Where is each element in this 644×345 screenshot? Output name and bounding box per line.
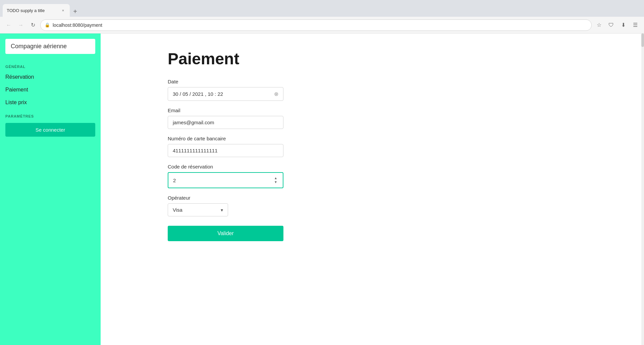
code-group: Code de réservation ▲ ▼ (168, 164, 577, 188)
scroll-track[interactable] (641, 33, 644, 345)
address-bar-container: 🔒 (40, 19, 592, 31)
number-spinners: ▲ ▼ (273, 176, 278, 184)
spinner-down[interactable]: ▼ (273, 180, 278, 184)
tab-bar: TODO supply a title × + (0, 0, 644, 17)
main-content: Paiement Date 30 / 05 / 2021 , 10 : 22 ⊗… (101, 33, 644, 345)
sidebar-item-reservation[interactable]: Réservation (0, 71, 101, 83)
email-group: Email (168, 108, 577, 129)
active-tab[interactable]: TODO supply a title × (3, 4, 70, 17)
scroll-thumb[interactable] (641, 33, 644, 47)
operator-select[interactable]: Visa ▾ (168, 203, 228, 216)
general-section-label: GÉNÉRAL (0, 59, 101, 71)
card-label: Numéro de carte bancaire (168, 136, 577, 141)
app-container: Compagnie aérienne GÉNÉRAL Réservation P… (0, 33, 644, 345)
security-icon: 🔒 (45, 22, 50, 27)
bookmark-icon[interactable]: ☆ (594, 20, 604, 30)
browser-window: TODO supply a title × + ← → ↻ 🔒 ☆ 🛡 ⬇ ☰ … (0, 0, 644, 345)
nav-bar: ← → ↻ 🔒 ☆ 🛡 ⬇ ☰ (0, 17, 644, 33)
date-value: 30 / 05 / 2021 , 10 : 22 (173, 91, 223, 97)
code-input[interactable] (173, 178, 273, 183)
code-label: Code de réservation (168, 164, 577, 169)
sidebar-item-paiement[interactable]: Paiement (0, 83, 101, 96)
spinner-up[interactable]: ▲ (273, 176, 278, 180)
email-label: Email (168, 108, 577, 113)
date-label: Date (168, 79, 577, 84)
address-input[interactable] (53, 22, 587, 28)
shield-icon[interactable]: 🛡 (606, 20, 616, 30)
operator-value: Visa (173, 207, 182, 213)
email-input[interactable] (168, 116, 283, 129)
date-input-container[interactable]: 30 / 05 / 2021 , 10 : 22 ⊗ (168, 87, 283, 101)
page-title: Paiement (168, 50, 577, 68)
chevron-down-icon: ▾ (221, 207, 223, 213)
date-clear-icon[interactable]: ⊗ (274, 91, 278, 97)
tab-title: TODO supply a title (7, 8, 45, 13)
card-group: Numéro de carte bancaire (168, 136, 577, 157)
date-group: Date 30 / 05 / 2021 , 10 : 22 ⊗ (168, 79, 577, 101)
refresh-button[interactable]: ↻ (28, 20, 38, 30)
back-button[interactable]: ← (4, 20, 13, 30)
operator-group: Opérateur Visa ▾ (168, 195, 577, 216)
menu-icon[interactable]: ☰ (631, 20, 640, 30)
code-input-container: ▲ ▼ (168, 172, 283, 188)
tab-close-icon[interactable]: × (60, 8, 66, 13)
nav-right-controls: ☆ 🛡 ⬇ ☰ (594, 20, 640, 30)
logo-text: Compagnie aérienne (11, 43, 67, 50)
new-tab-button[interactable]: + (70, 6, 80, 17)
params-section-label: PARAMÈTRES (0, 109, 101, 120)
sidebar: Compagnie aérienne GÉNÉRAL Réservation P… (0, 33, 101, 345)
sidebar-item-liste-prix[interactable]: Liste prix (0, 96, 101, 109)
forward-button[interactable]: → (16, 20, 25, 30)
card-input[interactable] (168, 144, 283, 157)
connect-button[interactable]: Se connecter (5, 123, 95, 137)
sidebar-logo: Compagnie aérienne (5, 39, 95, 54)
download-icon[interactable]: ⬇ (619, 20, 628, 30)
submit-button[interactable]: Valider (168, 226, 283, 241)
operator-label: Opérateur (168, 195, 577, 201)
